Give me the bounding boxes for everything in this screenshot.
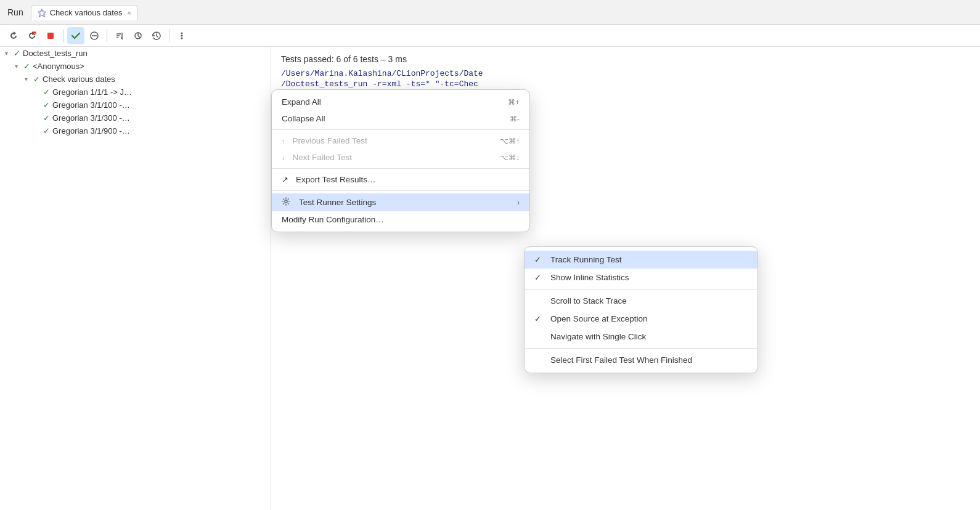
modify-run-text: Modify Run Configuration…: [282, 215, 384, 224]
collapse-all-text: Collapse All: [282, 114, 325, 123]
menu-modify-run[interactable]: Modify Run Configuration…: [272, 211, 529, 228]
submenu-select-first-failed[interactable]: Select First Failed Test When Finished: [525, 351, 757, 369]
submenu: ✓ Track Running Test ✓ Show Inline Stati…: [524, 246, 758, 373]
export-label: ↗ Export Test Results…: [282, 175, 376, 184]
menu-sep-1: [272, 129, 529, 130]
menu-runner-settings[interactable]: Test Runner Settings ›: [272, 193, 529, 211]
submenu-sep-2: [525, 348, 757, 349]
menu-prev-failed: ↑ Previous Failed Test ⌥⌘↑: [272, 132, 529, 149]
track-running-text: Track Running Test: [550, 255, 622, 264]
submenu-scroll-stack[interactable]: Scroll to Stack Trace: [525, 292, 757, 310]
show-inline-text: Show Inline Statistics: [550, 273, 629, 282]
submenu-sep-1: [525, 289, 757, 289]
submenu-open-source[interactable]: ✓ Open Source at Exception: [525, 310, 757, 328]
submenu-track-running[interactable]: ✓ Track Running Test: [525, 251, 757, 269]
runner-settings-text: Test Runner Settings: [299, 198, 376, 207]
open-source-check: ✓: [534, 314, 544, 323]
menu-collapse-all[interactable]: Collapse All ⌘-: [272, 110, 529, 127]
prev-failed-text: Previous Failed Test: [293, 136, 367, 145]
submenu-navigate-click[interactable]: Navigate with Single Click: [525, 328, 757, 346]
open-source-text: Open Source at Exception: [550, 314, 648, 323]
submenu-arrow: ›: [517, 198, 520, 207]
menu-overlay[interactable]: Expand All ⌘+ Collapse All ⌘- ↑ Previous…: [0, 0, 980, 510]
menu-expand-all[interactable]: Expand All ⌘+: [272, 94, 529, 110]
svg-point-16: [285, 200, 287, 203]
menu-sep-2: [272, 168, 529, 169]
runner-settings-label: Test Runner Settings: [282, 197, 376, 208]
select-first-failed-text: Select First Failed Test When Finished: [550, 355, 692, 365]
scroll-stack-text: Scroll to Stack Trace: [550, 296, 627, 306]
export-text: Export Test Results…: [296, 175, 376, 184]
next-failed-label: ↓ Next Failed Test: [282, 153, 352, 162]
menu-export[interactable]: ↗ Export Test Results…: [272, 171, 529, 188]
context-menu: Expand All ⌘+ Collapse All ⌘- ↑ Previous…: [271, 89, 530, 232]
prev-failed-shortcut: ⌥⌘↑: [500, 137, 520, 145]
menu-sep-3: [272, 190, 529, 191]
expand-all-text: Expand All: [282, 97, 321, 107]
show-inline-check: ✓: [534, 273, 544, 282]
next-failed-shortcut: ⌥⌘↓: [500, 153, 520, 162]
menu-next-failed: ↓ Next Failed Test ⌥⌘↓: [272, 149, 529, 166]
collapse-all-shortcut: ⌘-: [510, 115, 520, 123]
submenu-show-inline[interactable]: ✓ Show Inline Statistics: [525, 269, 757, 286]
collapse-all-label: Collapse All: [282, 114, 325, 123]
modify-run-label: Modify Run Configuration…: [282, 215, 384, 224]
track-running-check: ✓: [534, 255, 544, 264]
next-failed-text: Next Failed Test: [293, 153, 353, 162]
navigate-click-text: Navigate with Single Click: [550, 332, 646, 341]
expand-all-shortcut: ⌘+: [508, 98, 520, 107]
expand-all-label: Expand All: [282, 97, 321, 107]
export-icon: ↗: [282, 175, 288, 184]
gear-icon: [282, 197, 290, 208]
prev-failed-label: ↑ Previous Failed Test: [282, 136, 367, 145]
